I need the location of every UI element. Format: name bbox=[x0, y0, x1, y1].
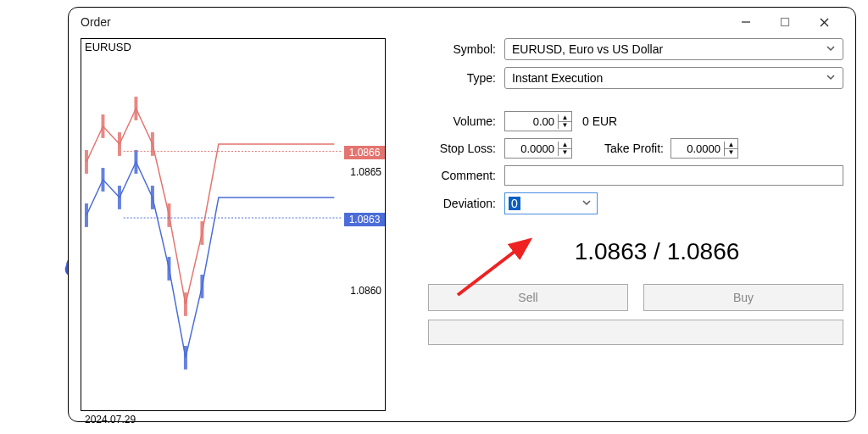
volume-label: Volume: bbox=[420, 114, 504, 128]
ask-price-tag: 1.0866 bbox=[344, 146, 385, 159]
stoploss-stepper[interactable]: ▲▼ bbox=[504, 138, 572, 159]
svg-rect-12 bbox=[85, 203, 88, 227]
maximize-button[interactable] bbox=[765, 8, 804, 36]
comment-label: Comment: bbox=[420, 169, 504, 182]
deviation-value: 0 bbox=[509, 197, 520, 210]
order-form: Symbol: EURUSD, Euro vs US Dollar Type: … bbox=[386, 36, 843, 413]
type-dropdown[interactable]: Instant Execution bbox=[504, 67, 843, 89]
bid-price-tag: 1.0863 bbox=[344, 213, 385, 226]
spin-down-icon[interactable]: ▼ bbox=[559, 149, 571, 156]
svg-rect-1 bbox=[782, 19, 789, 26]
takeprofit-stepper[interactable]: ▲▼ bbox=[670, 138, 738, 159]
order-window: Order EURUSD 1.0866 1.0863 1.0865 1.0860… bbox=[68, 7, 856, 422]
axis-label: 1.0865 bbox=[350, 166, 381, 178]
buy-button[interactable]: Buy bbox=[643, 284, 843, 311]
type-label: Type: bbox=[420, 71, 504, 85]
deviation-label: Deviation: bbox=[420, 197, 504, 210]
volume-input[interactable] bbox=[505, 115, 558, 128]
symbol-value: EURUSD, Euro vs US Dollar bbox=[512, 42, 663, 56]
chevron-down-icon bbox=[826, 42, 836, 56]
chevron-down-icon bbox=[581, 197, 592, 210]
chevron-down-icon bbox=[826, 71, 836, 85]
spin-down-icon[interactable]: ▼ bbox=[725, 149, 737, 156]
chart-svg bbox=[81, 39, 385, 410]
ask-price: 1.0866 bbox=[667, 238, 740, 264]
takeprofit-label: Take Profit: bbox=[598, 142, 670, 155]
deviation-dropdown[interactable]: 0 bbox=[504, 192, 598, 214]
svg-rect-4 bbox=[85, 150, 88, 174]
stoploss-label: Stop Loss: bbox=[420, 142, 504, 155]
window-title: Order bbox=[81, 15, 726, 29]
comment-input[interactable] bbox=[504, 165, 843, 186]
stoploss-input[interactable] bbox=[505, 142, 558, 155]
volume-unit: 0 EUR bbox=[572, 114, 617, 128]
volume-stepper[interactable]: ▲▼ bbox=[504, 111, 572, 131]
chart-date: 2024.07.29 bbox=[85, 414, 136, 426]
status-bar bbox=[428, 320, 843, 345]
minimize-button[interactable] bbox=[726, 8, 765, 36]
price-chart: EURUSD 1.0866 1.0863 1.0865 1.0860 2024.… bbox=[81, 38, 386, 411]
symbol-label: Symbol: bbox=[420, 42, 504, 56]
price-quote: 1.0863 / 1.0866 bbox=[470, 238, 843, 265]
sell-button[interactable]: Sell bbox=[428, 284, 628, 311]
axis-label: 1.0860 bbox=[350, 285, 381, 297]
titlebar: Order bbox=[69, 8, 855, 36]
close-button[interactable] bbox=[804, 8, 843, 36]
type-value: Instant Execution bbox=[512, 71, 603, 85]
spin-down-icon[interactable]: ▼ bbox=[559, 122, 571, 129]
bid-price: 1.0863 bbox=[575, 238, 648, 264]
symbol-dropdown[interactable]: EURUSD, Euro vs US Dollar bbox=[504, 38, 843, 60]
takeprofit-input[interactable] bbox=[671, 142, 724, 155]
